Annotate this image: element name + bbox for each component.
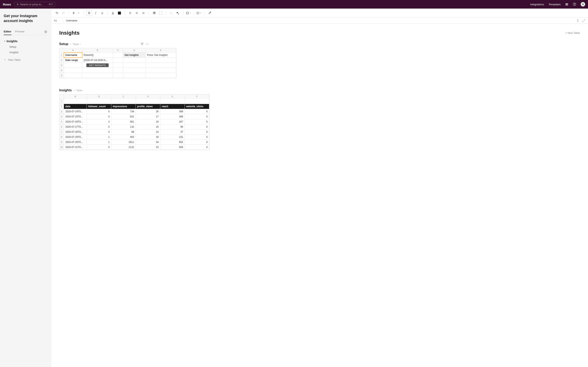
cell[interactable]: 502 — [160, 140, 185, 145]
cell[interactable]: 0 — [185, 129, 209, 134]
tree-item-insights[interactable]: Insights — [4, 50, 47, 55]
globe-icon[interactable] — [44, 30, 47, 33]
row-header[interactable]: 10 — [60, 145, 64, 150]
header-cell[interactable]: reach — [160, 104, 185, 109]
undo-button[interactable] — [54, 10, 60, 16]
cell-a1[interactable]: Username — [64, 53, 82, 58]
more-icon[interactable] — [146, 43, 149, 45]
cell-e1[interactable]: Press 'Get Insights' — [146, 53, 176, 58]
fill-color-button[interactable] — [117, 10, 122, 16]
redo-button[interactable] — [61, 10, 66, 16]
col-header[interactable]: D — [136, 94, 160, 99]
fill-white-button[interactable] — [158, 10, 164, 16]
header-cell[interactable]: profile_views — [136, 104, 160, 109]
cell[interactable]: 0 — [87, 145, 111, 150]
cell-a2[interactable]: Date range — [64, 58, 82, 63]
cell[interactable] — [87, 99, 111, 104]
grid-corner[interactable] — [60, 48, 64, 53]
cell[interactable]: 0 — [185, 140, 209, 145]
cell[interactable]: 0 — [185, 145, 209, 150]
col-header[interactable]: D — [123, 48, 146, 53]
cell[interactable] — [146, 73, 176, 78]
cell[interactable]: 2020-07-27T0... — [64, 124, 87, 129]
logo[interactable]: Rows — [3, 3, 11, 6]
cell[interactable] — [160, 99, 185, 104]
col-header[interactable]: B — [87, 94, 111, 99]
filter-icon[interactable] — [141, 43, 144, 45]
cell[interactable]: 132 — [111, 124, 136, 129]
row-header[interactable]: 5 — [60, 119, 64, 124]
cell[interactable]: 19 — [136, 134, 160, 140]
cell[interactable]: 17 — [136, 114, 160, 119]
cell[interactable]: 0 — [87, 124, 111, 129]
header-cell[interactable]: date — [64, 104, 87, 109]
new-table-button[interactable]: + New Table — [565, 31, 580, 34]
cell[interactable]: 734 — [111, 109, 136, 114]
search-input[interactable]: Search or jump to... ⌘ K — [14, 2, 55, 7]
row-header[interactable]: 2 — [60, 104, 64, 109]
cell[interactable]: 267 — [160, 119, 185, 124]
cell-d3[interactable] — [123, 63, 146, 68]
cell[interactable] — [123, 73, 146, 78]
cell-e3[interactable] — [146, 63, 176, 68]
cell[interactable]: 0 — [87, 109, 111, 114]
cell[interactable]: 16 — [136, 119, 160, 124]
row-header[interactable]: 1 — [60, 53, 64, 58]
cell-b3[interactable]: GET INSIGHTS — [82, 63, 113, 68]
col-header[interactable]: E — [160, 94, 185, 99]
cell[interactable] — [64, 73, 82, 78]
avatar[interactable]: H — [581, 2, 585, 7]
cell[interactable] — [82, 68, 113, 73]
row-header[interactable]: 8 — [60, 134, 64, 140]
header-cell[interactable]: website_clicks — [185, 104, 209, 109]
color-picker-button[interactable] — [151, 10, 157, 16]
cell[interactable] — [113, 73, 123, 78]
cell[interactable]: 69 — [111, 129, 136, 134]
cell[interactable] — [113, 68, 123, 73]
header-cell[interactable]: follower_count — [87, 104, 111, 109]
align-right-button[interactable] — [140, 10, 146, 16]
cell[interactable]: 14 — [136, 129, 160, 134]
cell[interactable]: 37 — [160, 129, 185, 134]
sigma-icon[interactable] — [577, 19, 579, 22]
cell[interactable]: 34 — [136, 140, 160, 145]
cell[interactable]: 1 — [87, 134, 111, 140]
cell-c3[interactable] — [113, 63, 123, 68]
col-header[interactable]: C — [111, 94, 136, 99]
row-header[interactable]: 9 — [60, 140, 64, 145]
row-header[interactable]: 4 — [60, 68, 64, 73]
cell-d2[interactable] — [123, 58, 146, 63]
table-type-label[interactable]: • Table — [74, 89, 82, 92]
cell[interactable] — [64, 68, 82, 73]
row-header[interactable]: 7 — [60, 129, 64, 134]
cell[interactable]: 1 — [87, 140, 111, 145]
cell[interactable]: 366 — [160, 114, 185, 119]
formula-value[interactable]: Username — [66, 19, 577, 22]
nav-templates[interactable]: Templates — [549, 3, 561, 6]
checkbox-button[interactable] — [196, 10, 202, 16]
col-header[interactable]: C — [113, 48, 123, 53]
cell[interactable]: 15 — [136, 124, 160, 129]
gift-icon[interactable] — [565, 3, 568, 6]
cell[interactable]: 369 — [160, 109, 185, 114]
italic-button[interactable] — [93, 10, 98, 16]
tab-preview[interactable]: Preview — [15, 29, 25, 35]
underline-button[interactable] — [99, 10, 105, 16]
cell[interactable]: 0 — [185, 124, 209, 129]
cell[interactable] — [123, 68, 146, 73]
cell[interactable] — [82, 73, 113, 78]
bold-button[interactable] — [86, 10, 92, 16]
cell[interactable]: 2020-07-26T0... — [64, 119, 87, 124]
cell-b1[interactable]: RowsHQ — [82, 53, 113, 58]
cell[interactable] — [64, 99, 87, 104]
get-insights-button[interactable]: GET INSIGHTS — [86, 63, 109, 67]
col-header[interactable]: A — [64, 94, 87, 99]
align-center-button[interactable] — [134, 10, 140, 16]
sidebar-new-table[interactable]: New Table — [4, 57, 47, 63]
tree-item-setup[interactable]: Setup — [4, 44, 47, 50]
cell[interactable]: 0 — [185, 119, 209, 124]
cell[interactable]: 23 — [136, 145, 160, 150]
header-cell[interactable]: impressions — [111, 104, 136, 109]
tab-editor[interactable]: Editor — [4, 29, 11, 35]
col-header[interactable]: A — [64, 48, 82, 53]
